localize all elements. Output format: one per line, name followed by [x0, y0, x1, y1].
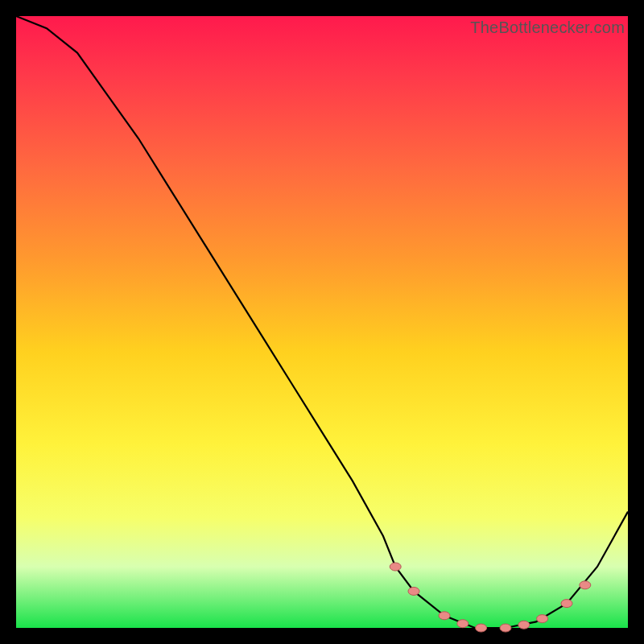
highlight-marker	[518, 621, 530, 629]
chart-frame: TheBottlenecker.com	[16, 16, 628, 628]
highlight-marker	[476, 624, 487, 632]
highlight-marker	[580, 581, 591, 589]
highlight-marker	[408, 587, 419, 595]
highlight-marker	[561, 600, 572, 608]
highlight-marker	[457, 620, 469, 628]
bottleneck-curve-svg	[16, 16, 628, 628]
plot-area: TheBottlenecker.com	[16, 16, 628, 628]
highlight-marker	[439, 612, 450, 620]
highlight-marker	[390, 563, 401, 571]
highlight-marker	[537, 615, 548, 623]
highlight-markers	[390, 563, 591, 632]
bottleneck-curve	[16, 16, 628, 628]
highlight-marker	[500, 624, 511, 632]
watermark-text: TheBottlenecker.com	[470, 19, 625, 37]
